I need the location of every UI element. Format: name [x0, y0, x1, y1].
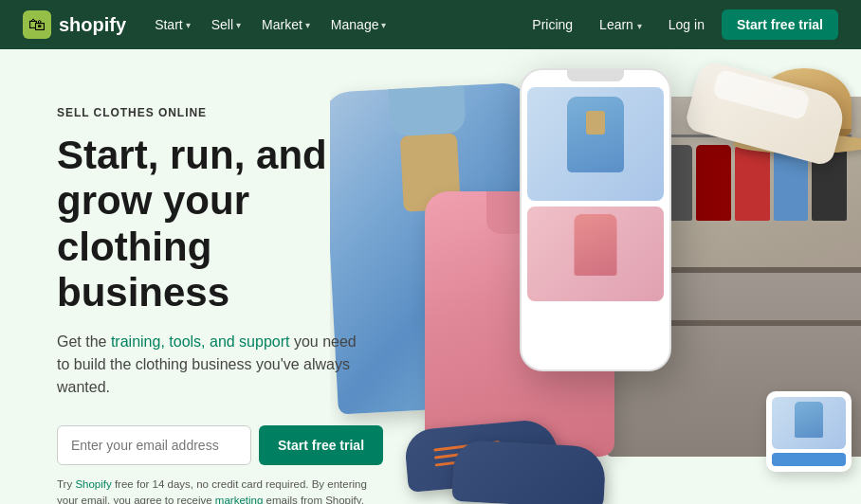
nav-learn[interactable]: Learn ▾	[590, 11, 651, 38]
phone-mockup	[520, 68, 671, 371]
start-free-trial-button[interactable]: Start free trial	[259, 425, 383, 465]
logo-text: shopify	[59, 14, 126, 36]
shoe-2	[451, 440, 606, 504]
sell-chevron-icon: ▾	[236, 20, 241, 30]
phone-product-image	[527, 87, 664, 201]
nav-start[interactable]: Start ▾	[145, 11, 200, 38]
product-card-jacket	[795, 402, 823, 438]
phone-jacket-mini	[567, 97, 624, 172]
nav-left: 🛍 shopify Start ▾ Sell ▾ Market ▾ Manage…	[23, 10, 395, 39]
hero-title: Start, run, and grow your clothing busin…	[57, 133, 372, 315]
nav-pricing[interactable]: Pricing	[522, 11, 582, 38]
phone-pink-inner	[575, 214, 617, 276]
hero-subtitle: Get the training, tools, and support you…	[57, 331, 372, 399]
rack-item-3	[696, 145, 731, 221]
product-card-image	[772, 397, 846, 449]
hero-section: SELL CLOTHES ONLINE Start, run, and grow…	[0, 49, 861, 504]
product-card-mini	[766, 391, 852, 472]
nav-market[interactable]: Market ▾	[252, 11, 320, 38]
email-input[interactable]	[57, 425, 251, 465]
nav-login[interactable]: Log in	[659, 11, 714, 38]
phone-notch	[567, 70, 624, 81]
rack-item-4	[735, 145, 770, 221]
shoes-image	[406, 424, 614, 504]
nav-start-free-button[interactable]: Start free trial	[722, 9, 838, 40]
disclaimer-text: Try Shopify free for 14 days, no credit …	[57, 477, 372, 504]
market-chevron-icon: ▾	[305, 20, 310, 30]
nav-right: Pricing Learn ▾ Log in Start free trial	[522, 9, 838, 40]
manage-chevron-icon: ▾	[381, 20, 386, 30]
product-card-button	[772, 453, 846, 466]
nav-manage[interactable]: Manage ▾	[321, 11, 396, 38]
main-nav: 🛍 shopify Start ▾ Sell ▾ Market ▾ Manage…	[0, 0, 861, 49]
shopify-link[interactable]: Shopify	[75, 478, 111, 490]
nav-sell[interactable]: Sell ▾	[202, 11, 250, 38]
marketing-link[interactable]: marketing	[215, 495, 264, 504]
logo-icon: 🛍	[23, 10, 51, 39]
hero-eyebrow: SELL CLOTHES ONLINE	[57, 106, 372, 119]
phone-screen	[522, 81, 669, 307]
start-chevron-icon: ▾	[186, 20, 191, 30]
learn-chevron-icon: ▾	[637, 21, 642, 31]
phone-pink-product	[527, 207, 664, 301]
email-form: Start free trial	[57, 425, 372, 465]
hero-content: SELL CLOTHES ONLINE Start, run, and grow…	[0, 49, 417, 504]
shopify-logo[interactable]: 🛍 shopify	[23, 10, 126, 39]
nav-menu: Start ▾ Sell ▾ Market ▾ Manage ▾	[145, 11, 395, 38]
